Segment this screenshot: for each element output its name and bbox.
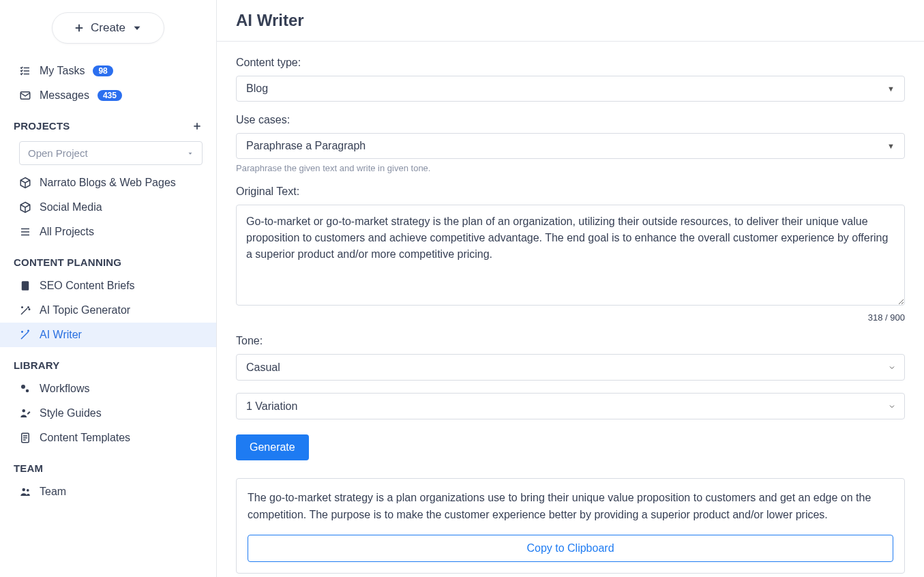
nav-workflows[interactable]: Workflows [0,376,216,401]
nav-label: Messages [40,89,89,102]
badge-messages: 435 [98,90,122,101]
svg-point-26 [26,389,29,393]
nav-style-guides[interactable]: Style Guides [0,401,216,426]
nav-ai-topic-generator[interactable]: AI Topic Generator [0,298,216,323]
section-label: CONTENT PLANNING [14,256,121,268]
open-project-placeholder: Open Project [28,147,88,159]
person-edit-icon [19,407,31,419]
generate-button[interactable]: Generate [236,434,309,460]
char-count: 318 / 900 [236,312,905,323]
caret-down-icon: ▼ [887,85,895,93]
svg-point-32 [23,488,26,492]
box-icon [19,201,31,213]
list-icon [19,226,31,238]
nav-label: Workflows [40,383,90,395]
chevron-down-icon [131,22,143,34]
nav-label: Team [40,486,66,498]
tone-label: Tone: [236,335,905,347]
nav-label: All Projects [40,226,94,238]
copy-to-clipboard-button[interactable]: Copy to Clipboard [248,535,893,562]
content-type-label: Content type: [236,57,905,69]
svg-point-17 [28,307,29,308]
nav-label: AI Writer [40,329,82,341]
chevron-down-icon [187,150,194,157]
svg-line-16 [21,308,27,314]
content-type-select[interactable]: Blog ▼ [236,76,905,102]
use-cases-helper: Paraphrase the given text and write in g… [236,163,905,173]
section-team: TEAM [0,450,216,479]
original-text-label: Original Text: [236,186,905,198]
file-lines-icon [19,432,31,444]
svg-marker-9 [189,152,192,154]
nav-label: Style Guides [40,407,102,419]
svg-rect-15 [22,281,29,291]
variation-select[interactable]: 1 Variation [236,393,905,419]
tone-select[interactable]: Casual [236,354,905,381]
svg-point-19 [22,307,23,308]
plus-icon [73,22,85,34]
use-cases-label: Use cases: [236,114,905,126]
nav-my-tasks[interactable]: My Tasks 98 [0,59,216,83]
sparkle-icon [19,304,31,316]
document-icon [19,280,31,292]
svg-marker-2 [134,27,140,30]
section-library: LIBRARY [0,347,216,376]
page-title: AI Writer [217,0,924,42]
people-icon [19,486,31,498]
project-item[interactable]: Narrato Blogs & Web Pages [0,171,216,195]
result-text: The go-to-market strategy is a plan orga… [248,490,893,524]
nav-ai-writer[interactable]: AI Writer [0,323,216,347]
main-content: AI Writer Content type: Blog ▼ Use cases… [217,0,924,577]
nav-label: Narrato Blogs & Web Pages [40,177,176,189]
section-content-planning: CONTENT PLANNING [0,244,216,273]
nav-seo-briefs[interactable]: SEO Content Briefs [0,273,216,298]
content-type-value: Blog [246,83,268,95]
section-projects: PROJECTS [0,108,216,137]
box-icon [19,177,31,189]
tasks-icon [19,65,31,77]
create-button[interactable]: Create [52,12,164,44]
caret-down-icon: ▼ [887,142,895,150]
sidebar: Create My Tasks 98 Messages 435 PROJECTS… [0,0,217,577]
nav-messages[interactable]: Messages 435 [0,83,216,108]
section-label: PROJECTS [14,120,70,132]
original-text-input[interactable] [236,205,905,306]
svg-point-33 [27,489,29,492]
svg-point-18 [29,309,30,310]
use-cases-value: Paraphrase a Paragraph [246,140,366,152]
nav-label: My Tasks [40,65,85,77]
badge-my-tasks: 98 [93,65,113,76]
result-box: The go-to-market strategy is a plan orga… [236,478,905,574]
section-label: LIBRARY [14,359,60,371]
envelope-icon [19,89,31,102]
use-cases-select[interactable]: Paraphrase a Paragraph ▼ [236,133,905,159]
add-project-icon[interactable] [192,121,203,132]
nav-label: AI Topic Generator [40,304,130,316]
section-label: TEAM [14,462,43,474]
nav-label: Social Media [40,201,102,213]
nav-team[interactable]: Team [0,479,216,504]
open-project-select[interactable]: Open Project [19,141,203,165]
svg-point-27 [23,409,26,413]
nav-label: Content Templates [40,432,130,444]
svg-line-20 [21,332,29,340]
nav-label: SEO Content Briefs [40,280,135,292]
gears-icon [19,383,31,395]
create-label: Create [91,21,125,35]
project-item-all[interactable]: All Projects [0,220,216,244]
magic-wand-icon [19,329,31,341]
project-item[interactable]: Social Media [0,195,216,220]
svg-point-25 [21,385,25,389]
nav-content-templates[interactable]: Content Templates [0,426,216,450]
